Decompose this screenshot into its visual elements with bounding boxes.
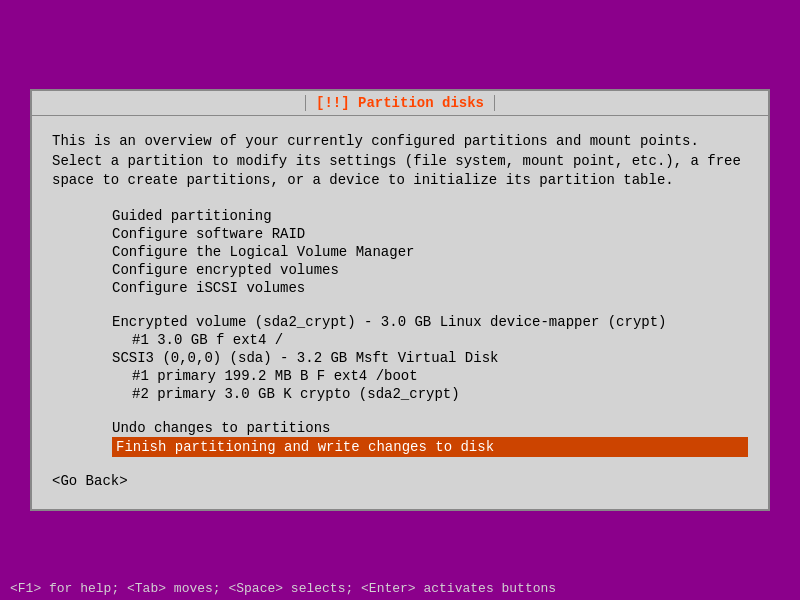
menu-item-raid[interactable]: Configure software RAID [112, 225, 748, 243]
scsi-label[interactable]: SCSI3 (0,0,0) (sda) - 3.2 GB Msft Virtua… [112, 349, 748, 367]
menu-item-encrypted[interactable]: Configure encrypted volumes [112, 261, 748, 279]
dialog-title: [!!] Partition disks [305, 95, 495, 111]
finish-partitioning-item[interactable]: Finish partitioning and write changes to… [112, 437, 748, 457]
encrypted-volume-part: #1 3.0 GB f ext4 / [132, 331, 748, 349]
menu-list: Guided partitioning Configure software R… [112, 207, 748, 297]
menu-item-iscsi[interactable]: Configure iSCSI volumes [112, 279, 748, 297]
go-back-button[interactable]: <Go Back> [52, 473, 748, 499]
status-bar: <F1> for help; <Tab> moves; <Space> sele… [0, 577, 800, 600]
menu-item-lvm[interactable]: Configure the Logical Volume Manager [112, 243, 748, 261]
description-text: This is an overview of your currently co… [52, 132, 748, 191]
content-area: This is an overview of your currently co… [32, 116, 768, 509]
screen-wrapper: [!!] Partition disks This is an overview… [0, 0, 800, 600]
undo-changes-item[interactable]: Undo changes to partitions [112, 419, 748, 437]
menu-item-guided[interactable]: Guided partitioning [112, 207, 748, 225]
title-bar: [!!] Partition disks [32, 91, 768, 116]
scsi-part1[interactable]: #1 primary 199.2 MB B F ext4 /boot [132, 367, 748, 385]
partition-section: Encrypted volume (sda2_crypt) - 3.0 GB L… [52, 313, 748, 403]
dialog-box: [!!] Partition disks This is an overview… [30, 89, 770, 511]
scsi-part2[interactable]: #2 primary 3.0 GB K crypto (sda2_crypt) [132, 385, 748, 403]
action-section: Undo changes to partitions Finish partit… [52, 419, 748, 457]
encrypted-volume-label[interactable]: Encrypted volume (sda2_crypt) - 3.0 GB L… [112, 313, 748, 331]
